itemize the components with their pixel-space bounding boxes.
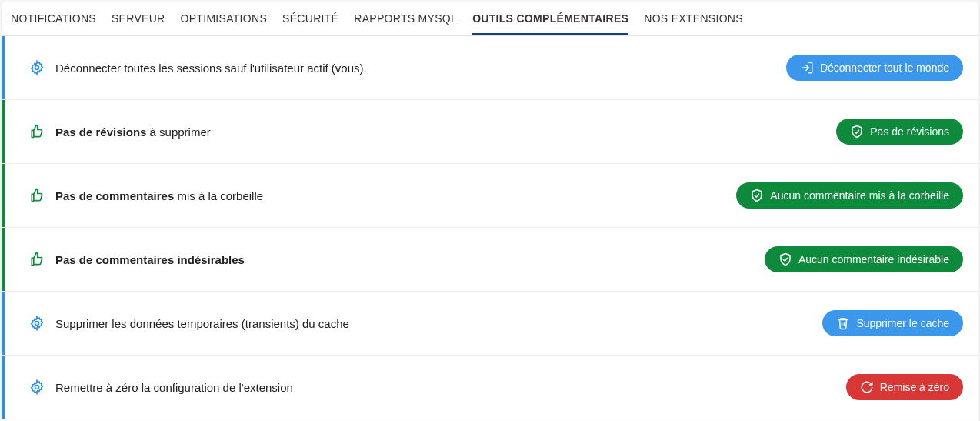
thumbs-up-icon [29, 124, 45, 139]
shield-icon [850, 125, 864, 139]
svg-point-0 [35, 66, 39, 70]
row-left: Déconnecter toutes les sessions sauf l'u… [29, 60, 367, 75]
gear-icon [29, 379, 45, 395]
tool-row: Pas de commentaires mis à la corbeilleAu… [2, 164, 978, 228]
row-text-rest: à supprimer [146, 125, 210, 139]
action-button[interactable]: Aucun commentaire indésirable [765, 246, 963, 272]
row-text-bold: Pas de commentaires indésirables [55, 253, 245, 266]
button-label: Aucun commentaire indésirable [798, 253, 949, 266]
row-left: Pas de révisions à supprimer [29, 124, 211, 139]
tab-outils-compl-mentaires[interactable]: OUTILS COMPLÉMENTAIRES [472, 2, 628, 35]
row-text: Pas de commentaires mis à la corbeille [55, 189, 263, 202]
thumbs-up-icon [29, 252, 45, 267]
tab-notifications[interactable]: NOTIFICATIONS [11, 2, 96, 35]
action-button[interactable]: Déconnecter tout le monde [786, 55, 963, 81]
tab-optimisations[interactable]: OPTIMISATIONS [181, 2, 268, 35]
thumbs-up-icon [29, 188, 45, 203]
gear-icon [29, 60, 45, 75]
svg-point-2 [35, 386, 39, 389]
button-label: Remise à zéro [880, 381, 949, 393]
row-text-rest: Remettre à zéro la configuration de l'ex… [55, 381, 293, 394]
row-text: Déconnecter toutes les sessions sauf l'u… [55, 62, 367, 75]
button-label: Pas de révisions [870, 125, 949, 138]
tab-serveur[interactable]: SERVEUR [112, 2, 165, 35]
shield-icon [778, 252, 792, 266]
tool-row: Remettre à zéro la configuration de l'ex… [2, 356, 978, 419]
button-label: Aucun commentaire mis à la corbeille [770, 189, 949, 202]
row-text-rest: mis à la corbeille [174, 189, 263, 202]
button-label: Déconnecter tout le monde [820, 62, 949, 74]
row-left: Pas de commentaires indésirables [29, 252, 245, 267]
tab-bar: NOTIFICATIONSSERVEUROPTIMISATIONSSÉCURIT… [2, 2, 978, 36]
tool-row: Déconnecter toutes les sessions sauf l'u… [2, 36, 978, 100]
row-left: Pas de commentaires mis à la corbeille [29, 188, 263, 203]
shield-icon [750, 189, 764, 202]
row-left: Supprimer les données temporaires (trans… [29, 316, 349, 331]
settings-panel: NOTIFICATIONSSERVEUROPTIMISATIONSSÉCURIT… [2, 2, 978, 421]
row-left: Remettre à zéro la configuration de l'ex… [29, 379, 293, 395]
row-text: Pas de révisions à supprimer [55, 125, 211, 139]
action-button[interactable]: Aucun commentaire mis à la corbeille [736, 182, 963, 209]
logout-icon [800, 61, 814, 75]
trash-icon [836, 316, 850, 330]
action-button[interactable]: Pas de révisions [836, 119, 963, 145]
tool-row: Supprimer les données temporaires (trans… [2, 292, 978, 356]
rows-container: Déconnecter toutes les sessions sauf l'u… [2, 36, 978, 419]
tab-nos-extensions[interactable]: NOS EXTENSIONS [644, 2, 743, 35]
row-text: Supprimer les données temporaires (trans… [55, 317, 349, 330]
row-text-bold: Pas de révisions [55, 125, 146, 139]
tab-s-curit-[interactable]: SÉCURITÉ [282, 2, 338, 35]
refresh-icon [860, 380, 874, 394]
row-text-rest: Supprimer les données temporaires (trans… [55, 317, 349, 330]
tool-row: Pas de révisions à supprimerPas de révis… [2, 100, 978, 164]
row-text: Remettre à zéro la configuration de l'ex… [55, 381, 293, 394]
action-button[interactable]: Remise à zéro [846, 374, 963, 400]
button-label: Supprimer le cache [856, 317, 949, 329]
tab-rapports-mysql[interactable]: RAPPORTS MYSQL [354, 2, 457, 35]
row-text-bold: Pas de commentaires [55, 189, 174, 202]
gear-icon [29, 316, 45, 331]
action-button[interactable]: Supprimer le cache [822, 310, 963, 336]
svg-point-1 [35, 322, 39, 326]
row-text: Pas de commentaires indésirables [55, 253, 245, 266]
tool-row: Pas de commentaires indésirablesAucun co… [2, 228, 978, 292]
row-text-rest: Déconnecter toutes les sessions sauf l'u… [55, 62, 367, 75]
